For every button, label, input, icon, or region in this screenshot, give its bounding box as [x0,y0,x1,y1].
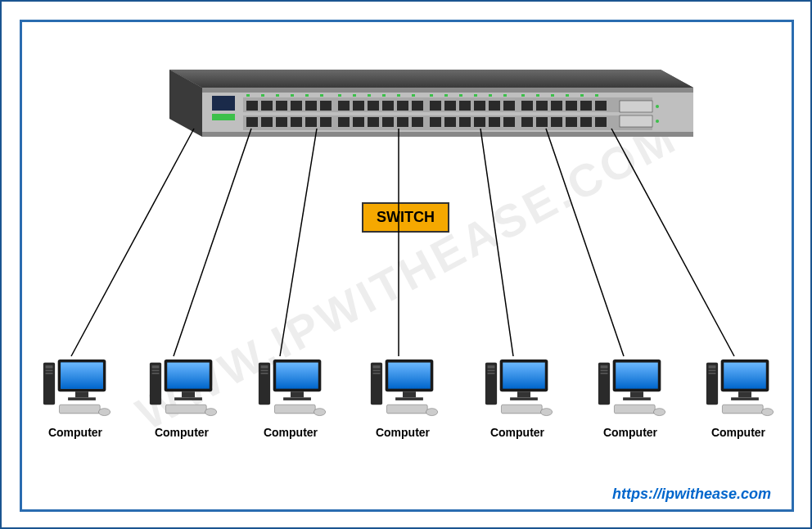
svg-line-92 [611,129,734,356]
computer-node: Computer [141,354,223,439]
svg-rect-72 [459,94,462,97]
computer-label: Computer [250,426,332,439]
svg-rect-16 [338,101,350,111]
computer-label: Computer [476,426,558,439]
svg-rect-68 [397,94,400,97]
svg-rect-29 [536,101,548,111]
svg-rect-146 [601,370,608,372]
svg-rect-114 [259,363,270,405]
svg-rect-135 [488,365,495,368]
svg-rect-149 [616,363,658,389]
svg-rect-109 [167,363,210,389]
svg-rect-117 [261,373,268,374]
svg-rect-27 [503,101,515,111]
svg-rect-66 [368,94,371,97]
svg-rect-156 [709,370,716,372]
svg-rect-39 [320,117,332,127]
svg-rect-119 [276,363,318,389]
svg-rect-69 [412,94,415,97]
svg-line-88 [280,129,317,356]
svg-rect-104 [150,363,161,405]
svg-rect-62 [305,94,309,97]
svg-rect-45 [412,117,423,127]
switch-device [137,63,693,137]
svg-rect-102 [59,405,100,414]
svg-rect-80 [580,94,584,97]
computer-label: Computer [589,426,671,439]
svg-rect-14 [305,101,317,111]
svg-rect-20 [397,101,408,111]
svg-rect-34 [246,117,258,127]
svg-rect-160 [738,391,751,397]
svg-rect-26 [489,101,500,111]
computer-icon [480,354,554,419]
svg-rect-71 [444,94,448,97]
svg-point-123 [314,409,325,416]
svg-marker-1 [169,70,693,88]
svg-rect-57 [595,117,607,127]
svg-rect-96 [46,373,53,374]
svg-rect-51 [503,117,515,127]
svg-rect-78 [551,94,554,97]
svg-rect-24 [459,101,471,111]
svg-rect-107 [152,373,160,374]
svg-rect-13 [291,101,302,111]
svg-rect-21 [412,101,423,111]
svg-rect-18 [368,101,379,111]
svg-point-85 [656,120,659,123]
svg-point-113 [205,409,216,416]
svg-rect-60 [276,94,279,97]
svg-rect-130 [403,391,416,397]
svg-rect-82 [620,101,652,112]
svg-rect-17 [353,101,364,111]
svg-rect-110 [182,391,195,397]
svg-rect-139 [503,363,545,389]
svg-rect-56 [580,117,592,127]
svg-rect-37 [291,117,302,127]
svg-rect-53 [536,117,548,127]
svg-rect-7 [212,114,235,120]
svg-rect-162 [722,405,763,414]
switch-label: SWITCH [362,202,449,233]
svg-rect-65 [353,94,356,97]
svg-rect-115 [261,365,268,368]
svg-rect-46 [430,117,441,127]
svg-rect-52 [521,117,533,127]
svg-rect-12 [276,101,287,111]
computer-icon [366,354,440,419]
outer-frame: WWW.IPWITHEASE.COM [0,0,812,529]
svg-rect-157 [709,373,716,374]
svg-rect-77 [536,94,539,97]
svg-rect-151 [623,397,651,400]
svg-rect-100 [75,391,88,397]
svg-rect-127 [373,373,381,374]
svg-rect-10 [246,101,258,111]
svg-rect-134 [485,363,497,405]
svg-rect-61 [291,94,294,97]
svg-rect-41 [353,117,364,127]
svg-rect-141 [510,397,538,400]
svg-point-153 [653,409,665,416]
svg-rect-15 [320,101,332,111]
switch-icon [137,63,693,161]
computer-node: Computer [697,354,779,439]
svg-rect-132 [386,405,427,414]
svg-rect-140 [517,391,530,397]
svg-rect-23 [444,101,456,111]
computer-icon [38,354,112,419]
svg-rect-121 [283,397,311,400]
source-url: https://ipwithease.com [612,486,771,503]
svg-rect-105 [152,365,160,368]
svg-rect-6 [212,96,235,111]
svg-rect-67 [382,94,386,97]
svg-rect-131 [395,397,423,400]
svg-rect-75 [503,94,507,97]
svg-rect-111 [174,397,202,400]
svg-rect-4 [202,132,693,137]
svg-rect-64 [338,94,341,97]
svg-rect-144 [598,363,610,405]
svg-rect-122 [274,405,315,414]
computer-node: Computer [476,354,558,439]
svg-rect-83 [620,115,652,127]
svg-rect-106 [152,370,160,372]
